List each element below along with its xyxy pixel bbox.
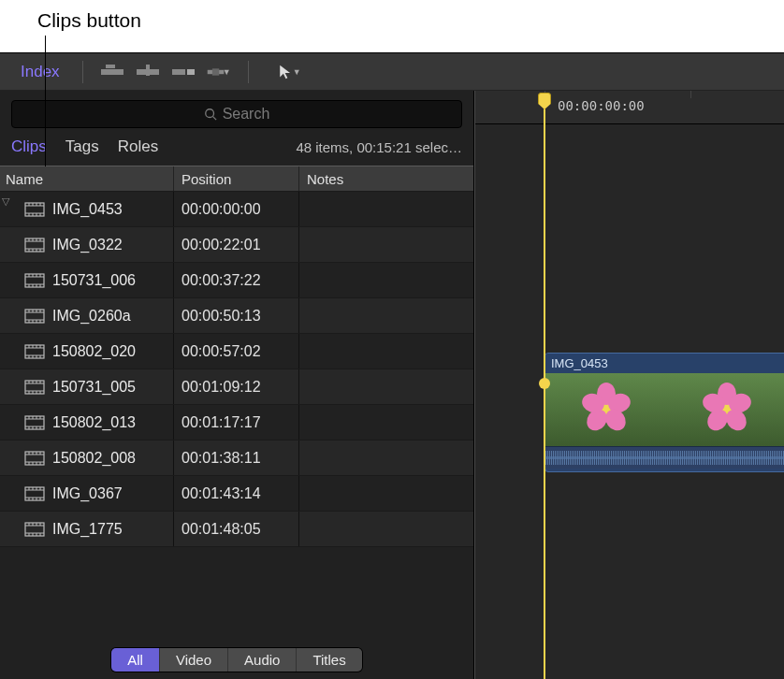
clip-thumbnails [545,373,784,446]
timeline-ruler[interactable]: 00:00:00:00 [475,91,784,124]
clip-name: 150802_013 [52,414,136,431]
table-row[interactable]: IMG_045300:00:00:00 [0,192,473,227]
svg-rect-3 [150,69,159,75]
table-row[interactable]: IMG_0260a00:00:50:13 [0,298,473,334]
search-input[interactable]: Search [11,100,462,128]
toolbar-divider [82,61,83,83]
svg-rect-33 [25,274,44,287]
clip-position: 00:01:17:17 [181,414,261,431]
select-tool-icon[interactable]: ▼ [277,62,301,82]
chevron-down-icon: ▼ [293,67,301,77]
annotation-pointer-line [45,36,46,166]
clip-position: 00:00:50:13 [181,308,261,325]
overwrite-tool-icon[interactable]: ▼ [207,62,231,82]
clip-audio-track [545,446,784,469]
filter-titles-button[interactable]: Titles [297,648,361,672]
search-icon [204,108,217,121]
filter-bar: All Video Audio Titles [0,641,473,679]
playhead-icon[interactable] [538,93,551,109]
index-tabs: Clips Tags Roles 48 items, 00:15:21 sele… [0,134,473,166]
search-placeholder: Search [223,106,270,123]
selection-status: 48 items, 00:15:21 selec… [296,139,462,155]
top-toolbar: Index ▼ ▼ [0,53,784,91]
ruler-tick [690,91,691,98]
svg-rect-4 [146,65,150,76]
filmstrip-icon [24,451,45,466]
column-header-notes[interactable]: Notes [299,166,473,191]
table-row[interactable]: IMG_032200:00:22:01 [0,227,473,263]
filter-audio-button[interactable]: Audio [228,648,297,672]
clip-position: 00:01:48:05 [181,521,261,538]
timeline-clip-title: IMG_0453 [545,354,784,373]
table-row[interactable]: 150731_00500:01:09:12 [0,369,473,405]
table-row[interactable]: IMG_177500:01:48:05 [0,512,473,547]
main-area: Search Clips Tags Roles 48 items, 00:15:… [0,91,784,679]
connect-tool-icon[interactable] [100,62,124,82]
column-header-name[interactable]: Name [0,166,174,191]
clip-position: 00:00:37:22 [181,272,261,289]
filter-video-button[interactable]: Video [160,648,228,672]
svg-rect-0 [101,69,123,75]
svg-rect-22 [25,238,44,252]
clip-position: 00:01:38:11 [181,450,261,467]
svg-rect-77 [25,416,44,429]
column-header-position[interactable]: Position [174,166,299,191]
svg-rect-6 [187,69,195,75]
tab-clips[interactable]: Clips [11,137,47,156]
insert-tool-icon[interactable] [136,62,160,82]
svg-rect-8 [211,68,218,75]
svg-rect-110 [25,523,44,536]
clip-position: 00:00:22:01 [181,237,261,253]
append-tool-icon[interactable] [171,62,196,82]
tab-roles[interactable]: Roles [118,137,158,156]
tab-tags[interactable]: Tags [65,137,99,156]
timeline-panel[interactable]: 00:00:00:00 IMG_0453 [474,91,784,679]
filmstrip-icon [24,380,45,395]
svg-rect-2 [137,69,146,75]
timeline-content[interactable]: IMG_0453 [475,124,784,679]
table-row[interactable]: 150731_00600:00:37:22 [0,263,473,298]
filmstrip-icon [24,309,45,324]
svg-rect-55 [25,345,44,358]
clip-thumbnail [545,373,666,446]
svg-rect-1 [106,65,115,68]
table-row[interactable]: 150802_02000:00:57:02 [0,334,473,369]
clip-name: IMG_0453 [52,201,123,218]
timeline-clip[interactable]: IMG_0453 [544,353,784,472]
annotation-label: Clips button [37,9,141,32]
clip-name: 150731_006 [52,272,136,289]
filmstrip-icon [24,273,45,288]
filmstrip-icon [24,238,45,253]
chevron-down-icon: ▼ [223,67,231,77]
waveform-icon [545,451,784,465]
svg-rect-44 [25,310,44,323]
filmstrip-icon [24,522,45,537]
app-window: Index ▼ ▼ Search [0,52,784,679]
clip-position: 00:00:00:00 [181,201,261,218]
clip-position: 00:01:43:14 [181,485,261,502]
table-row[interactable]: 150802_00800:01:38:11 [0,441,473,476]
table-header: Name Position Notes [0,166,473,192]
svg-rect-11 [25,203,44,216]
clip-name: IMG_1775 [52,521,123,538]
svg-rect-5 [172,69,185,75]
playhead-timecode: 00:00:00:00 [558,98,645,113]
playhead-handle-icon[interactable] [539,378,550,389]
filmstrip-icon [24,202,45,217]
table-row[interactable]: 150802_01300:01:17:17 [0,405,473,441]
svg-line-10 [212,117,216,121]
svg-rect-66 [25,381,44,394]
clip-name: 150802_008 [52,450,136,467]
svg-rect-99 [25,487,44,500]
filter-all-button[interactable]: All [111,648,160,672]
filmstrip-icon [24,344,45,359]
svg-rect-88 [25,452,44,465]
clip-name: 150731_005 [52,379,136,396]
clip-name: 150802_020 [52,343,136,360]
clip-name: IMG_0322 [52,237,123,253]
disclosure-triangle-icon[interactable]: ▽ [2,195,9,208]
filmstrip-icon [24,415,45,430]
filmstrip-icon [24,486,45,501]
index-button[interactable]: Index [9,59,71,85]
table-row[interactable]: IMG_036700:01:43:14 [0,476,473,512]
